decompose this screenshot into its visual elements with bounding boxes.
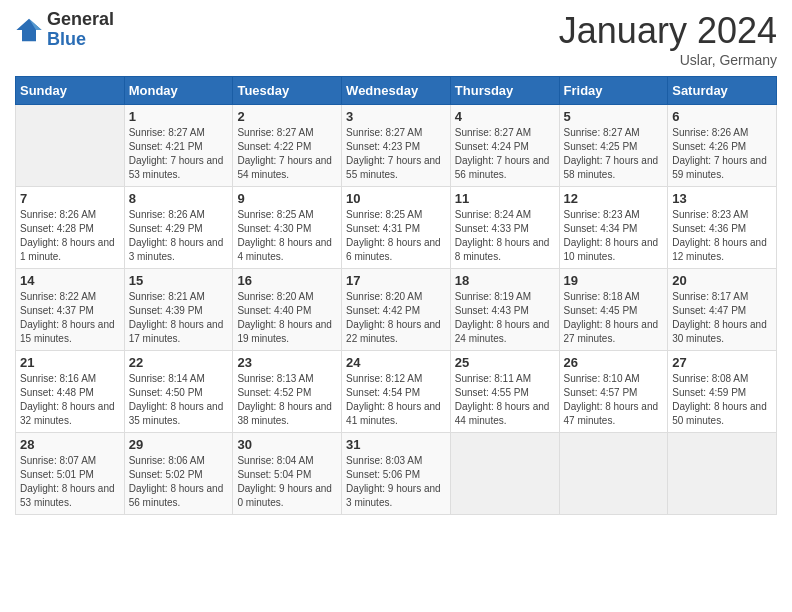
day-info: Sunrise: 8:26 AM Sunset: 4:26 PM Dayligh… — [672, 126, 772, 182]
day-info: Sunrise: 8:27 AM Sunset: 4:24 PM Dayligh… — [455, 126, 555, 182]
calendar-cell: 7Sunrise: 8:26 AM Sunset: 4:28 PM Daylig… — [16, 187, 125, 269]
weekday-header-saturday: Saturday — [668, 77, 777, 105]
calendar-cell — [668, 433, 777, 515]
weekday-header-tuesday: Tuesday — [233, 77, 342, 105]
page-header: General Blue January 2024 Uslar, Germany — [15, 10, 777, 68]
day-number: 12 — [564, 191, 664, 206]
day-info: Sunrise: 8:08 AM Sunset: 4:59 PM Dayligh… — [672, 372, 772, 428]
day-number: 17 — [346, 273, 446, 288]
calendar-cell: 2Sunrise: 8:27 AM Sunset: 4:22 PM Daylig… — [233, 105, 342, 187]
weekday-header-wednesday: Wednesday — [342, 77, 451, 105]
day-number: 20 — [672, 273, 772, 288]
calendar-cell: 29Sunrise: 8:06 AM Sunset: 5:02 PM Dayli… — [124, 433, 233, 515]
calendar-week-row: 21Sunrise: 8:16 AM Sunset: 4:48 PM Dayli… — [16, 351, 777, 433]
calendar-cell: 24Sunrise: 8:12 AM Sunset: 4:54 PM Dayli… — [342, 351, 451, 433]
weekday-header-sunday: Sunday — [16, 77, 125, 105]
day-info: Sunrise: 8:03 AM Sunset: 5:06 PM Dayligh… — [346, 454, 446, 510]
weekday-header-monday: Monday — [124, 77, 233, 105]
day-info: Sunrise: 8:17 AM Sunset: 4:47 PM Dayligh… — [672, 290, 772, 346]
day-number: 31 — [346, 437, 446, 452]
day-number: 9 — [237, 191, 337, 206]
calendar-cell: 25Sunrise: 8:11 AM Sunset: 4:55 PM Dayli… — [450, 351, 559, 433]
day-number: 23 — [237, 355, 337, 370]
day-info: Sunrise: 8:13 AM Sunset: 4:52 PM Dayligh… — [237, 372, 337, 428]
day-info: Sunrise: 8:19 AM Sunset: 4:43 PM Dayligh… — [455, 290, 555, 346]
day-info: Sunrise: 8:20 AM Sunset: 4:40 PM Dayligh… — [237, 290, 337, 346]
logo-blue-text: Blue — [47, 30, 114, 50]
calendar-week-row: 7Sunrise: 8:26 AM Sunset: 4:28 PM Daylig… — [16, 187, 777, 269]
calendar-cell: 20Sunrise: 8:17 AM Sunset: 4:47 PM Dayli… — [668, 269, 777, 351]
day-number: 3 — [346, 109, 446, 124]
calendar-cell: 31Sunrise: 8:03 AM Sunset: 5:06 PM Dayli… — [342, 433, 451, 515]
day-number: 24 — [346, 355, 446, 370]
day-info: Sunrise: 8:04 AM Sunset: 5:04 PM Dayligh… — [237, 454, 337, 510]
day-info: Sunrise: 8:21 AM Sunset: 4:39 PM Dayligh… — [129, 290, 229, 346]
weekday-header-row: SundayMondayTuesdayWednesdayThursdayFrid… — [16, 77, 777, 105]
calendar-cell — [16, 105, 125, 187]
calendar-cell: 16Sunrise: 8:20 AM Sunset: 4:40 PM Dayli… — [233, 269, 342, 351]
day-info: Sunrise: 8:27 AM Sunset: 4:25 PM Dayligh… — [564, 126, 664, 182]
day-number: 13 — [672, 191, 772, 206]
day-info: Sunrise: 8:14 AM Sunset: 4:50 PM Dayligh… — [129, 372, 229, 428]
calendar-cell: 5Sunrise: 8:27 AM Sunset: 4:25 PM Daylig… — [559, 105, 668, 187]
weekday-header-friday: Friday — [559, 77, 668, 105]
day-info: Sunrise: 8:23 AM Sunset: 4:34 PM Dayligh… — [564, 208, 664, 264]
day-info: Sunrise: 8:18 AM Sunset: 4:45 PM Dayligh… — [564, 290, 664, 346]
calendar-week-row: 1Sunrise: 8:27 AM Sunset: 4:21 PM Daylig… — [16, 105, 777, 187]
calendar-cell: 14Sunrise: 8:22 AM Sunset: 4:37 PM Dayli… — [16, 269, 125, 351]
calendar-cell — [450, 433, 559, 515]
calendar-cell: 21Sunrise: 8:16 AM Sunset: 4:48 PM Dayli… — [16, 351, 125, 433]
calendar-cell — [559, 433, 668, 515]
weekday-header-thursday: Thursday — [450, 77, 559, 105]
day-info: Sunrise: 8:25 AM Sunset: 4:31 PM Dayligh… — [346, 208, 446, 264]
logo-text: General Blue — [47, 10, 114, 50]
day-number: 8 — [129, 191, 229, 206]
day-info: Sunrise: 8:25 AM Sunset: 4:30 PM Dayligh… — [237, 208, 337, 264]
day-info: Sunrise: 8:24 AM Sunset: 4:33 PM Dayligh… — [455, 208, 555, 264]
logo-general-text: General — [47, 10, 114, 30]
day-info: Sunrise: 8:27 AM Sunset: 4:23 PM Dayligh… — [346, 126, 446, 182]
calendar-cell: 27Sunrise: 8:08 AM Sunset: 4:59 PM Dayli… — [668, 351, 777, 433]
calendar-cell: 18Sunrise: 8:19 AM Sunset: 4:43 PM Dayli… — [450, 269, 559, 351]
day-number: 28 — [20, 437, 120, 452]
calendar-cell: 30Sunrise: 8:04 AM Sunset: 5:04 PM Dayli… — [233, 433, 342, 515]
day-info: Sunrise: 8:06 AM Sunset: 5:02 PM Dayligh… — [129, 454, 229, 510]
calendar-cell: 22Sunrise: 8:14 AM Sunset: 4:50 PM Dayli… — [124, 351, 233, 433]
day-number: 2 — [237, 109, 337, 124]
day-number: 30 — [237, 437, 337, 452]
calendar-cell: 9Sunrise: 8:25 AM Sunset: 4:30 PM Daylig… — [233, 187, 342, 269]
calendar-cell: 15Sunrise: 8:21 AM Sunset: 4:39 PM Dayli… — [124, 269, 233, 351]
calendar-subtitle: Uslar, Germany — [559, 52, 777, 68]
calendar-cell: 28Sunrise: 8:07 AM Sunset: 5:01 PM Dayli… — [16, 433, 125, 515]
calendar-cell: 11Sunrise: 8:24 AM Sunset: 4:33 PM Dayli… — [450, 187, 559, 269]
logo: General Blue — [15, 10, 114, 50]
day-info: Sunrise: 8:23 AM Sunset: 4:36 PM Dayligh… — [672, 208, 772, 264]
day-info: Sunrise: 8:12 AM Sunset: 4:54 PM Dayligh… — [346, 372, 446, 428]
calendar-cell: 19Sunrise: 8:18 AM Sunset: 4:45 PM Dayli… — [559, 269, 668, 351]
calendar-cell: 4Sunrise: 8:27 AM Sunset: 4:24 PM Daylig… — [450, 105, 559, 187]
day-number: 21 — [20, 355, 120, 370]
day-info: Sunrise: 8:27 AM Sunset: 4:21 PM Dayligh… — [129, 126, 229, 182]
day-number: 15 — [129, 273, 229, 288]
title-block: January 2024 Uslar, Germany — [559, 10, 777, 68]
calendar-cell: 1Sunrise: 8:27 AM Sunset: 4:21 PM Daylig… — [124, 105, 233, 187]
day-number: 27 — [672, 355, 772, 370]
day-number: 19 — [564, 273, 664, 288]
day-number: 11 — [455, 191, 555, 206]
calendar-cell: 12Sunrise: 8:23 AM Sunset: 4:34 PM Dayli… — [559, 187, 668, 269]
day-info: Sunrise: 8:11 AM Sunset: 4:55 PM Dayligh… — [455, 372, 555, 428]
day-info: Sunrise: 8:07 AM Sunset: 5:01 PM Dayligh… — [20, 454, 120, 510]
day-number: 26 — [564, 355, 664, 370]
day-info: Sunrise: 8:20 AM Sunset: 4:42 PM Dayligh… — [346, 290, 446, 346]
day-number: 5 — [564, 109, 664, 124]
calendar-cell: 13Sunrise: 8:23 AM Sunset: 4:36 PM Dayli… — [668, 187, 777, 269]
day-number: 29 — [129, 437, 229, 452]
day-info: Sunrise: 8:10 AM Sunset: 4:57 PM Dayligh… — [564, 372, 664, 428]
calendar-cell: 6Sunrise: 8:26 AM Sunset: 4:26 PM Daylig… — [668, 105, 777, 187]
day-info: Sunrise: 8:26 AM Sunset: 4:29 PM Dayligh… — [129, 208, 229, 264]
day-number: 10 — [346, 191, 446, 206]
calendar-week-row: 28Sunrise: 8:07 AM Sunset: 5:01 PM Dayli… — [16, 433, 777, 515]
day-number: 22 — [129, 355, 229, 370]
calendar-title: January 2024 — [559, 10, 777, 52]
day-number: 18 — [455, 273, 555, 288]
